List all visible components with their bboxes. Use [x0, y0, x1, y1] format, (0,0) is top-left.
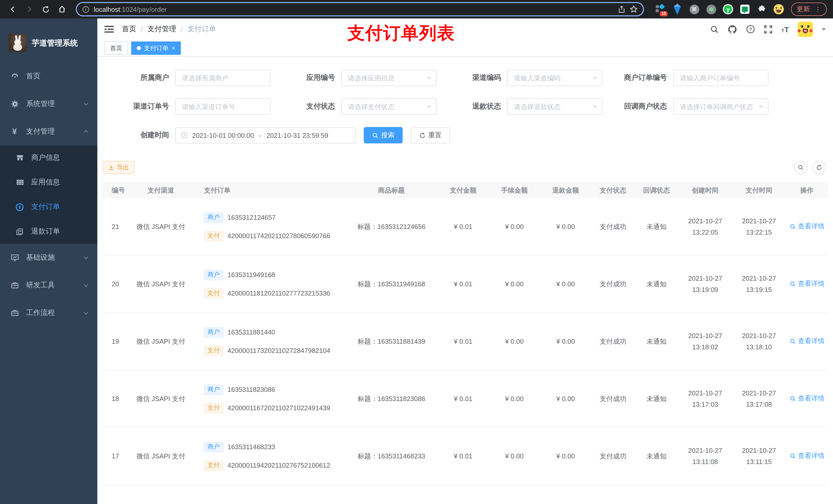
notify-status-select[interactable]	[673, 98, 768, 115]
browser-home-icon[interactable]	[55, 3, 69, 16]
sidebar-item-home[interactable]: 首页	[0, 63, 97, 90]
top-navbar: 首页 / 支付管理 / 支付订单 支付订单列表 ?	[97, 19, 833, 40]
search-icon[interactable]	[710, 25, 719, 33]
extensions-puzzle-icon[interactable]	[757, 4, 767, 14]
sidebar-item-payment[interactable]: ¥ 支付管理	[0, 118, 97, 145]
extension-kite-icon[interactable]	[672, 4, 682, 14]
github-icon[interactable]	[728, 24, 737, 34]
channel-order-input[interactable]	[175, 98, 270, 115]
extension-y-icon[interactable]: y	[723, 4, 733, 14]
browser-reload-icon[interactable]	[39, 3, 52, 16]
fee-amount-cell: ¥ 0.00	[489, 223, 540, 231]
toolbox-icon	[10, 281, 19, 289]
pay-tag: 支付	[204, 403, 223, 413]
create-time-cell: 2021-10-27 13:19:09	[678, 273, 732, 295]
avatar-caret-icon[interactable]	[822, 28, 826, 30]
merchant-select-input[interactable]	[175, 70, 270, 86]
fullscreen-icon[interactable]	[764, 25, 773, 33]
font-size-icon[interactable]: TT	[782, 25, 789, 33]
clock-icon	[181, 131, 188, 139]
view-detail-link[interactable]: 查看详情	[789, 280, 825, 289]
pay-tag: 支付	[204, 460, 223, 471]
search-button[interactable]: 搜索	[364, 127, 403, 143]
sidebar-item-refund-order[interactable]: 退款订单	[0, 219, 97, 244]
create-time-cell: 2021-10-27 13:17:03	[678, 387, 732, 410]
sidebar-item-pay-order[interactable]: ¥ 支付订单	[0, 195, 97, 219]
refund-status-filter-field	[507, 98, 602, 115]
address-bar[interactable]: localhost:1024/pay/order	[76, 2, 644, 16]
browser-forward-icon[interactable]	[23, 3, 36, 16]
refund-amount-cell: ¥ 0.00	[540, 280, 591, 288]
reset-button[interactable]: 重置	[411, 127, 450, 143]
notify-status-cell: 未通知	[635, 452, 678, 461]
app-logo-row[interactable]: 芋道管理系统	[0, 19, 97, 57]
view-detail-link[interactable]: 查看详情	[789, 394, 825, 403]
sidebar-item-merchant-info[interactable]: 商户信息	[0, 145, 97, 170]
table-row: 商户 1635311351796 支付 查看详情	[102, 485, 828, 504]
svg-text:¥: ¥	[19, 205, 21, 210]
tab-pay-order[interactable]: 支付订单 ×	[131, 42, 181, 55]
briefcase-icon	[10, 309, 19, 317]
view-detail-link[interactable]: 查看详情	[789, 452, 825, 461]
merchant-tag: 商户	[204, 270, 223, 280]
tab-home[interactable]: 首页	[104, 42, 128, 55]
create-time-cell: 2021-10-27 13:18:02	[678, 330, 732, 353]
fee-amount-cell: ¥ 0.00	[489, 280, 540, 288]
breadcrumb: 首页 / 支付管理 / 支付订单	[122, 25, 216, 34]
product-title-cell: 标题：1635311468233	[345, 452, 437, 461]
pay-status-select[interactable]	[341, 98, 436, 115]
export-button[interactable]: 导出	[102, 161, 135, 174]
toggle-search-button[interactable]	[794, 161, 807, 174]
col-header-refund-amount: 退款金额	[540, 186, 591, 195]
merchant-order-no: 1635311823086	[228, 386, 275, 393]
notify-status-cell: 未通知	[635, 280, 678, 289]
sidebar-item-workflow[interactable]: 工作流程	[0, 299, 97, 327]
extension-emoji-icon[interactable]	[774, 4, 784, 14]
sidebar-toggle-icon[interactable]	[104, 25, 114, 33]
refresh-button[interactable]	[812, 161, 826, 174]
app-select-input[interactable]	[341, 70, 436, 86]
merchant-order-filter-field	[673, 70, 768, 86]
browser-menu-icon[interactable]: ⋮	[814, 5, 821, 13]
refund-status-filter-label: 退款状态	[436, 102, 501, 111]
refund-amount-cell: ¥ 0.00	[540, 452, 591, 460]
bookmark-star-icon[interactable]	[629, 5, 638, 13]
view-detail-link[interactable]: 查看详情	[789, 222, 825, 231]
extension-record-icon[interactable]	[706, 4, 716, 14]
site-info-icon[interactable]	[82, 5, 90, 13]
pay-order-cell: 商户 1635311949168 支付 42000011812021102777…	[197, 256, 345, 312]
browser-update-button[interactable]: 更新 ⋮	[791, 3, 827, 16]
breadcrumb-home[interactable]: 首页	[122, 25, 136, 34]
pay-time-cell: 2021-10-27 13:18:10	[732, 330, 786, 353]
sidebar-item-app-info[interactable]: 应用信息	[0, 170, 97, 195]
refund-status-select[interactable]	[507, 98, 602, 115]
url-text[interactable]: localhost:1024/pay/order	[94, 5, 167, 13]
share-icon[interactable]	[618, 5, 625, 13]
sidebar-item-infrastructure[interactable]: 基础设施	[0, 244, 97, 271]
breadcrumb-payment[interactable]: 支付管理	[147, 25, 176, 34]
extension-command-icon[interactable]: ⌘	[689, 4, 699, 14]
app-filter-label: 应用编号	[270, 73, 335, 82]
extensions-area: 10 ⌘ y	[651, 4, 788, 14]
product-title-cell: 标题：1635311881439	[345, 337, 437, 346]
extension-cube-icon[interactable]: 10	[655, 4, 665, 14]
col-header-create-time: 创建时间	[678, 186, 732, 195]
actions-cell: 查看详情	[786, 222, 828, 232]
view-detail-link[interactable]: 查看详情	[789, 337, 825, 346]
help-icon[interactable]: ?	[746, 25, 755, 34]
date-range-picker[interactable]: 2021-10-01 00:00:00 - 2021-10-31 23:59:5…	[175, 127, 356, 143]
pay-channel-cell: 微信 JSAPI 支付	[125, 452, 197, 461]
pay-no-line: 支付 4200001173202110272847982104	[204, 345, 345, 356]
extension-chat-icon[interactable]	[740, 4, 750, 14]
chevron-down-icon	[83, 255, 89, 261]
pay-time-cell: 2021-10-27 13:19:15	[732, 273, 786, 295]
merchant-order-input[interactable]	[673, 70, 768, 86]
channel-code-input[interactable]	[507, 70, 602, 86]
sidebar-item-devtools[interactable]: 研发工具	[0, 271, 97, 299]
sidebar-item-system[interactable]: 系统管理	[0, 90, 97, 118]
pay-order-cell: 商户 1635311881440 支付 42000011732021102728…	[197, 313, 345, 370]
browser-back-icon[interactable]	[6, 3, 20, 16]
table-body: 21 微信 JSAPI 支付 商户 1635312124657 支付 42000…	[102, 198, 828, 504]
tab-close-icon[interactable]: ×	[172, 45, 175, 52]
avatar[interactable]	[798, 22, 813, 37]
